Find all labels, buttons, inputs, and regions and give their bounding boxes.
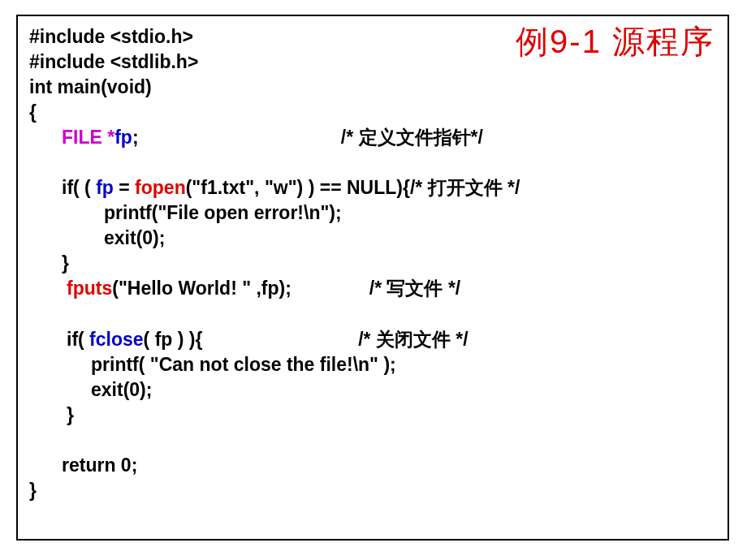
kw-file: FILE * (62, 127, 114, 148)
fopen-args: ("f1.txt", "w") ) == NULL){ (186, 177, 410, 198)
line-13: exit(0); (91, 379, 152, 400)
line-1: #include <stdio.h> (29, 26, 193, 47)
line-9: } (62, 252, 69, 274)
comment-open: /* 打开文件 */ (410, 177, 520, 198)
var-fp: fp (114, 127, 132, 148)
semi: ; (132, 127, 139, 148)
fn-fputs: fputs (67, 278, 112, 299)
code-block: #include <stdio.h> #include <stdlib.h> i… (29, 24, 716, 503)
if-open: if( ( (62, 177, 96, 198)
fputs-args: ("Hello World! " ,fp); (112, 278, 291, 299)
line-14: } (67, 404, 74, 425)
var-fp-2: fp (96, 177, 114, 198)
line-4: { (29, 101, 37, 123)
line-12: printf( "Can not close the file!\n" ); (91, 354, 396, 375)
if-close: if( (67, 329, 89, 350)
comment-close: /* 关闭文件 */ (358, 329, 468, 350)
comment-define: /* 定义文件指针*/ (341, 127, 483, 148)
fclose-args: ( fp ) ){ (144, 329, 203, 350)
slide: 例9-1 源程序 #include <stdio.h> #include <st… (0, 0, 747, 560)
line-8: exit(0); (104, 227, 165, 248)
line-7: printf("File open error!\n"); (104, 202, 347, 223)
line-16: } (29, 480, 37, 501)
assign: = (114, 177, 135, 198)
code-panel: #include <stdio.h> #include <stdlib.h> i… (16, 15, 729, 541)
line-15: return 0; (62, 454, 137, 476)
comment-write: /* 写文件 */ (369, 278, 460, 299)
fn-fopen: fopen (135, 177, 186, 198)
fn-fclose: fclose (89, 329, 143, 350)
line-2: #include <stdlib.h> (29, 51, 198, 72)
line-3: int main(void) (29, 76, 152, 97)
